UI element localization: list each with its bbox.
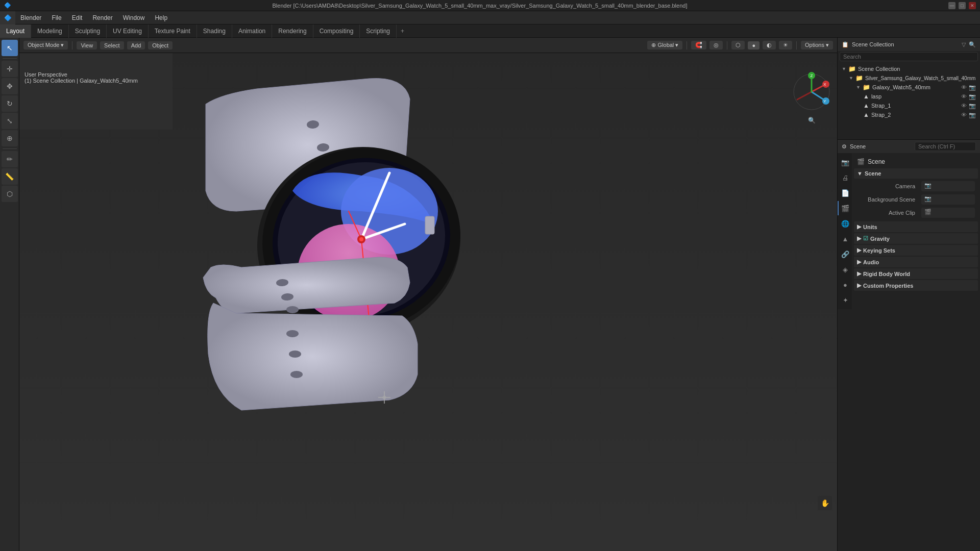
tab-texture-paint[interactable]: Texture Paint <box>149 24 197 38</box>
audio-section-header[interactable]: ▶ Audio <box>854 257 978 267</box>
object-mode-dropdown[interactable]: Object Mode ▾ <box>23 41 68 49</box>
minimize-button[interactable]: — <box>948 2 955 9</box>
view-menu[interactable]: View <box>77 41 97 49</box>
gravity-checkbox[interactable]: ☑ <box>863 235 868 242</box>
object-menu[interactable]: Object <box>148 41 173 49</box>
tool-move[interactable]: ✥ <box>2 78 18 94</box>
svg-point-41 <box>286 306 299 313</box>
strap1-eye-icon[interactable]: 👁 <box>961 103 967 109</box>
outliner-filter-icon[interactable]: ▽ <box>962 41 966 48</box>
tab-add-button[interactable]: + <box>397 28 408 35</box>
scene-props-btn[interactable]: 🎬 <box>838 201 852 215</box>
strap1-cam-icon[interactable]: 📷 <box>969 103 976 109</box>
viewport-gizmo[interactable]: X Y Z 🔍 <box>791 71 832 112</box>
keying-sets-section: ▶ Keying Sets <box>854 245 978 256</box>
outliner-search-input[interactable] <box>840 52 978 61</box>
outliner-lasp[interactable]: ▲ lasp 👁 📷 <box>861 92 978 101</box>
constraints-props-btn[interactable]: 🔗 <box>838 247 852 261</box>
snap-toggle[interactable]: 🧲 <box>691 41 706 49</box>
data-props-btn[interactable]: ◈ <box>838 262 852 277</box>
close-button[interactable]: ✕ <box>969 2 976 9</box>
menu-file[interactable]: File <box>46 11 66 24</box>
outliner-strap1[interactable]: ▲ Strap_1 👁 📷 <box>861 101 978 110</box>
rigid-body-label: Rigid Body World <box>863 271 910 277</box>
tool-annotate[interactable]: ✏ <box>2 151 18 167</box>
menu-render[interactable]: Render <box>87 11 117 24</box>
add-menu[interactable]: Add <box>127 41 145 49</box>
object-props-btn[interactable]: ▲ <box>838 232 852 246</box>
tool-select[interactable]: ↖ <box>2 40 18 56</box>
prop-header-icon: ⚙ <box>842 143 847 150</box>
material-preview-btn[interactable]: ◐ <box>763 41 776 49</box>
menu-edit[interactable]: Edit <box>67 11 88 24</box>
proportional-edit[interactable]: ◎ <box>709 41 723 49</box>
menu-window[interactable]: Window <box>118 11 150 24</box>
outliner-scene-collection[interactable]: ▼ 📁 Scene Collection <box>840 64 978 73</box>
scene-name-label: Scene <box>868 158 885 165</box>
tool-scale[interactable]: ⤡ <box>2 113 18 129</box>
audio-label: Audio <box>863 259 879 265</box>
viewport-options[interactable]: Options ▾ <box>801 41 833 49</box>
strap2-eye-icon[interactable]: 👁 <box>961 112 967 118</box>
eye-icon[interactable]: 👁 <box>961 84 967 90</box>
gravity-section-header[interactable]: ▶ ☑ Gravity <box>854 233 978 244</box>
tab-sculpting[interactable]: Sculpting <box>69 24 107 38</box>
outliner-silver-samsung[interactable]: ▼ 📁 Silver_Samsung_Galaxy_Watch_5_small_… <box>847 73 978 83</box>
svg-text:Z: Z <box>811 73 813 78</box>
rendered-btn[interactable]: ☀ <box>779 41 792 49</box>
bg-scene-value[interactable]: 📷 <box>921 194 975 205</box>
tool-cursor[interactable]: ✛ <box>2 61 18 77</box>
material-props-btn[interactable]: ● <box>838 278 852 292</box>
outliner-galaxy-watch[interactable]: ▼ 📁 Galaxy_Watch5_40mm 👁 📷 <box>854 83 978 92</box>
tab-uv-editing[interactable]: UV Editing <box>107 24 149 38</box>
world-props-btn[interactable]: 🌐 <box>838 216 852 231</box>
viewport-3d[interactable]: User Perspective (1) Scene Collection | … <box>19 53 837 551</box>
render-props-btn[interactable]: 📷 <box>838 155 852 169</box>
vp-sep2 <box>687 41 687 49</box>
strap2-cam-icon[interactable]: 📷 <box>969 112 976 118</box>
tool-transform[interactable]: ⊕ <box>2 130 18 146</box>
viewport-info: User Perspective (1) Scene Collection | … <box>24 71 138 84</box>
viewport[interactable]: Object Mode ▾ View Select Add Object ⊕ G… <box>19 38 837 551</box>
wireframe-btn[interactable]: ⬡ <box>731 41 745 49</box>
keying-sets-header[interactable]: ▶ Keying Sets <box>854 245 978 256</box>
window-title: Blender [C:\Users\AMDA8\Desktop\Silver_S… <box>11 3 948 9</box>
tool-measure[interactable]: 📏 <box>2 168 18 185</box>
zoom-in-btn[interactable]: 🔍 <box>806 115 817 126</box>
tool-add[interactable]: ⬡ <box>2 186 18 202</box>
menu-blender[interactable]: Blender <box>15 11 46 24</box>
tab-rendering[interactable]: Rendering <box>272 24 313 38</box>
solid-btn[interactable]: ● <box>748 41 760 49</box>
scene-section-header[interactable]: ▼ Scene <box>854 168 978 179</box>
outliner-search-icon[interactable]: 🔍 <box>969 41 976 48</box>
select-menu[interactable]: Select <box>100 41 124 49</box>
tab-animation[interactable]: Animation <box>232 24 272 38</box>
svg-text:X: X <box>823 82 826 87</box>
units-section-header[interactable]: ▶ Units <box>854 221 978 232</box>
output-props-btn[interactable]: 🖨 <box>838 170 852 185</box>
camera-value[interactable]: 📷 <box>921 181 975 191</box>
tab-layout[interactable]: Layout <box>0 24 31 38</box>
tab-modeling[interactable]: Modeling <box>31 24 69 38</box>
custom-props-header[interactable]: ▶ Custom Properties <box>854 280 978 291</box>
outliner-strap2[interactable]: ▲ Strap_2 👁 📷 <box>861 110 978 119</box>
active-clip-value[interactable]: 🎬 <box>921 208 975 218</box>
tab-compositing[interactable]: Compositing <box>313 24 360 38</box>
pan-btn[interactable]: ✋ <box>818 496 832 510</box>
lasp-cam-icon[interactable]: 📷 <box>969 93 976 100</box>
tab-scripting[interactable]: Scripting <box>360 24 397 38</box>
tab-shading[interactable]: Shading <box>197 24 232 38</box>
lasp-eye-icon[interactable]: 👁 <box>961 93 967 99</box>
tool-rotate[interactable]: ↻ <box>2 95 18 112</box>
blender-icon: 🔷 <box>4 2 11 9</box>
particles-props-btn[interactable]: ✦ <box>838 293 852 307</box>
scene-object-header: 🎬 Scene <box>854 155 978 168</box>
scene-collection-label: Scene Collection <box>858 66 900 72</box>
rigid-body-header[interactable]: ▶ Rigid Body World <box>854 268 978 279</box>
view-layer-props-btn[interactable]: 📄 <box>838 186 852 200</box>
menu-help[interactable]: Help <box>150 11 173 24</box>
camera-icon[interactable]: 📷 <box>969 84 976 91</box>
maximize-button[interactable]: □ <box>959 2 966 9</box>
prop-search-input[interactable] <box>915 142 976 151</box>
transform-orientation[interactable]: ⊕ Global ▾ <box>647 41 682 49</box>
